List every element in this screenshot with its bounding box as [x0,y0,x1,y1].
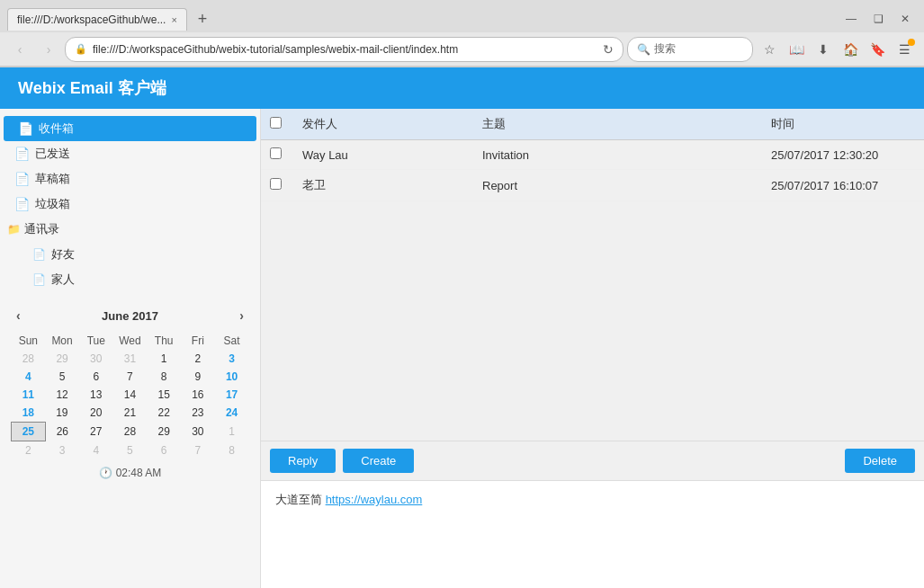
select-all-checkbox[interactable] [270,117,282,129]
cal-day[interactable]: 1 [215,423,249,441]
calendar: ‹ June 2017 › Sun Mon Tue Wed Thu Fri Sa [0,299,260,486]
sidebar-item-inbox[interactable]: 📄 收件箱 [4,116,256,141]
email-table: 发件人 主题 时间 Way Lau Invitation 25/07/2017 … [261,109,924,201]
cal-day[interactable]: 13 [79,386,113,404]
row-sender: Way Lau [293,140,473,170]
cal-day[interactable]: 24 [215,404,249,423]
table-row[interactable]: 老卫 Report 25/07/2017 16:10:07 [261,170,924,201]
sidebar-label-drafts: 草稿箱 [35,171,70,187]
header-checkbox-cell [261,109,293,140]
table-row[interactable]: Way Lau Invitation 25/07/2017 12:30:20 [261,140,924,170]
cal-day[interactable]: 28 [12,350,46,368]
create-button[interactable]: Create [343,449,414,473]
download-button[interactable]: ⬇ [811,37,836,62]
cal-day[interactable]: 30 [79,350,113,368]
header-sender: 发件人 [293,109,473,140]
calendar-prev-button[interactable]: ‹ [11,307,26,325]
cal-day[interactable]: 30 [181,423,215,441]
url-text: file:///D:/workspaceGithub/webix-tutoria… [93,43,597,56]
forward-button[interactable]: › [36,37,61,62]
cal-day[interactable]: 25 [12,423,46,441]
email-body-prefix: 大道至简 [275,493,326,506]
sidebar-group-contacts[interactable]: 📁 通讯录 [0,217,260,242]
sidebar-item-friends[interactable]: 📄 好友 [0,242,260,267]
menu-button[interactable]: ☰ [892,37,917,62]
restore-button[interactable]: ❑ [866,10,890,28]
home-button[interactable]: 🏠 [838,37,863,62]
app-body: 📄 收件箱 📄 已发送 📄 草稿箱 📄 垃圾箱 📁 通讯录 📄 好友 [0,109,924,588]
cal-day[interactable]: 4 [12,368,46,386]
cal-day[interactable]: 5 [45,368,79,386]
sidebar-item-trash[interactable]: 📄 垃圾箱 [0,192,260,217]
back-button[interactable]: ‹ [7,37,32,62]
friends-icon: 📄 [32,248,46,261]
email-body-link[interactable]: https://waylau.com [326,493,423,506]
cal-day[interactable]: 8 [215,441,249,460]
cal-day[interactable]: 4 [79,441,113,460]
cal-day[interactable]: 2 [181,350,215,368]
cal-day[interactable]: 28 [113,423,148,441]
sidebar-label-trash: 垃圾箱 [35,196,70,212]
clock-time: 02:48 AM [116,467,162,479]
email-table-header: 发件人 主题 时间 [261,109,924,140]
cal-day[interactable]: 29 [147,423,181,441]
search-bar[interactable]: 🔍 搜索 [627,37,753,62]
sidebar-item-family[interactable]: 📄 家人 [0,267,260,292]
drafts-icon: 📄 [14,172,30,186]
cal-day[interactable]: 19 [45,404,79,423]
browser-tab[interactable]: file:///D:/workspaceGithub/we... × [7,8,187,31]
reader-view-button[interactable]: 📖 [784,37,809,62]
cal-day[interactable]: 16 [181,386,215,404]
cal-day[interactable]: 1 [147,350,181,368]
row-checkbox-1[interactable] [270,147,282,159]
cal-day[interactable]: 12 [45,386,79,404]
sidebar-item-drafts[interactable]: 📄 草稿箱 [0,166,260,192]
sidebar-item-sent[interactable]: 📄 已发送 [0,141,260,166]
trash-icon: 📄 [14,197,30,211]
cal-day[interactable]: 10 [215,368,249,386]
cal-day[interactable]: 23 [181,404,215,423]
cal-day[interactable]: 6 [147,441,181,460]
cal-day[interactable]: 3 [215,350,249,368]
cal-day[interactable]: 18 [12,404,46,423]
app-container: Webix Email 客户端 📄 收件箱 📄 已发送 📄 草稿箱 📄 垃圾箱 … [0,67,924,588]
calendar-next-button[interactable]: › [234,307,249,325]
cal-day[interactable]: 21 [113,404,148,423]
delete-button[interactable]: Delete [845,449,915,473]
cal-day[interactable]: 9 [181,368,215,386]
reply-button[interactable]: Reply [270,449,336,473]
family-icon: 📄 [32,273,46,286]
cal-day[interactable]: 7 [181,441,215,460]
cal-day[interactable]: 20 [79,404,113,423]
cal-day[interactable]: 5 [113,441,148,460]
bookmark-star-button[interactable]: ☆ [757,37,782,62]
close-button[interactable]: ✕ [893,10,917,28]
cal-day[interactable]: 6 [79,368,113,386]
cal-day[interactable]: 17 [215,386,249,404]
sidebar-label-family: 家人 [51,272,75,288]
cal-day[interactable]: 26 [45,423,79,441]
pocket-button[interactable]: 🔖 [865,37,890,62]
cal-weekday-sun: Sun [12,332,46,350]
cal-day[interactable]: 7 [113,368,148,386]
refresh-icon[interactable]: ↻ [603,42,614,57]
search-input[interactable]: 搜索 [654,41,676,57]
cal-day[interactable]: 29 [45,350,79,368]
minimize-button[interactable]: — [839,10,863,28]
cal-day[interactable]: 15 [147,386,181,404]
row-checkbox-2[interactable] [270,178,282,190]
cal-day[interactable]: 27 [79,423,113,441]
cal-day[interactable]: 31 [113,350,148,368]
cal-day[interactable]: 22 [147,404,181,423]
header-subject: 主题 [473,109,762,140]
cal-day[interactable]: 8 [147,368,181,386]
sidebar-label-inbox: 收件箱 [39,120,74,137]
new-tab-button[interactable]: + [191,7,214,31]
tab-close-button[interactable]: × [171,13,177,27]
url-bar[interactable]: 🔒 file:///D:/workspaceGithub/webix-tutor… [65,37,623,62]
cal-day[interactable]: 2 [12,441,46,460]
cal-day[interactable]: 14 [113,386,148,404]
cal-weekday-fri: Fri [181,332,215,350]
cal-day[interactable]: 3 [45,441,79,460]
cal-day[interactable]: 11 [12,386,46,404]
